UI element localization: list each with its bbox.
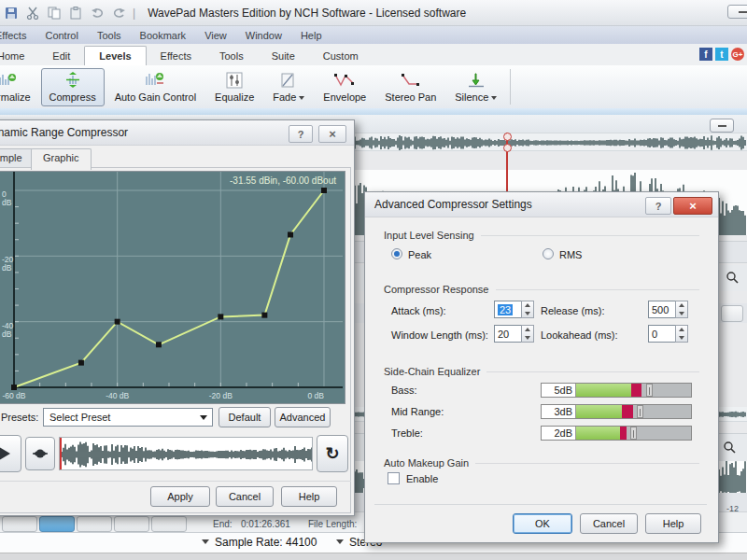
auto-gain-control-button[interactable]: Auto Gain Control: [106, 68, 204, 106]
preview-reset-button[interactable]: ↻: [317, 435, 348, 472]
default-button[interactable]: Default: [218, 407, 271, 427]
fade-dropdown-icon[interactable]: [299, 96, 304, 100]
preview-loop-button[interactable]: [25, 437, 55, 470]
window-length-input[interactable]: 20: [494, 325, 522, 343]
rms-label[interactable]: RMS: [559, 249, 582, 260]
tab-levels[interactable]: Levels: [84, 46, 146, 66]
svg-text:-40 dB: -40 dB: [106, 391, 129, 400]
rms-radio[interactable]: [543, 248, 554, 259]
mid-range-slider-handle[interactable]: [637, 405, 643, 418]
menu-item-effects[interactable]: Effects: [0, 30, 35, 41]
window-length-spinner[interactable]: [521, 325, 534, 343]
cut-icon[interactable]: [25, 6, 40, 21]
apply-button[interactable]: Apply: [150, 486, 210, 507]
ok-button[interactable]: OK: [513, 513, 572, 534]
menu-item-view[interactable]: View: [195, 30, 236, 41]
compressor-help-icon[interactable]: ?: [289, 125, 313, 143]
save-icon[interactable]: [4, 6, 19, 21]
channels-dropdown-icon[interactable]: [336, 539, 344, 544]
menu-item-window[interactable]: Window: [236, 30, 291, 41]
advanced-button[interactable]: Advanced: [275, 407, 331, 427]
release-spinner[interactable]: [675, 301, 688, 318]
menu-item-help[interactable]: Help: [291, 30, 331, 41]
advanced-dialog-titlebar[interactable]: Advanced Compressor Settings ? ×: [365, 192, 718, 217]
attack-spinner[interactable]: [521, 301, 534, 318]
preview-cursor: [60, 438, 62, 469]
magnifier-icon[interactable]: [723, 441, 736, 454]
treble-slider-handle[interactable]: [630, 427, 637, 440]
compressor-close-icon[interactable]: ×: [318, 125, 346, 143]
preset-select[interactable]: Select Preset: [43, 408, 213, 427]
tab-graphic[interactable]: Graphic: [31, 148, 92, 170]
toolbar-accent-strip: [0, 108, 747, 115]
paste-icon[interactable]: [68, 6, 83, 21]
magnifier-icon[interactable]: [726, 271, 739, 284]
ribbon-tab-row: Home Edit Levels Effects Tools Suite Cus…: [0, 44, 747, 66]
release-input[interactable]: 500: [648, 301, 676, 318]
bass-slider[interactable]: 5dB: [541, 383, 692, 398]
menu-item-tools[interactable]: Tools: [88, 30, 131, 41]
view-button-selected[interactable]: [39, 516, 75, 532]
advanced-help-icon[interactable]: ?: [645, 197, 671, 215]
track-button[interactable]: [721, 305, 743, 322]
sample-rate-dropdown-icon[interactable]: [202, 539, 209, 544]
cursor-handle-bottom[interactable]: [503, 144, 512, 152]
social-links: f t G+: [699, 48, 744, 61]
tab-edit[interactable]: Edit: [38, 47, 84, 65]
enable-label[interactable]: Enable: [406, 473, 438, 484]
menu-item-control[interactable]: Control: [35, 30, 87, 41]
bass-slider-handle[interactable]: [646, 384, 653, 397]
peak-radio[interactable]: [391, 248, 402, 259]
view-button[interactable]: [114, 516, 149, 532]
normalize-button[interactable]: Normalize: [0, 68, 39, 106]
envelope-button[interactable]: Envelope: [315, 68, 374, 106]
help-button[interactable]: Help: [645, 513, 701, 534]
cursor-handle-top[interactable]: [503, 133, 512, 141]
preview-play-button[interactable]: [0, 435, 21, 472]
help-button[interactable]: Help: [281, 486, 337, 507]
toolbar-separator: [510, 69, 511, 105]
compressor-dialog-titlebar[interactable]: Dynamic Range Compressor ? ×: [0, 120, 354, 146]
tab-custom[interactable]: Custom: [309, 47, 373, 65]
auto-gain-icon: [144, 71, 166, 90]
attack-input[interactable]: 23: [494, 301, 522, 318]
tab-effects[interactable]: Effects: [147, 47, 205, 65]
lookahead-spinner[interactable]: [675, 325, 688, 343]
redo-icon[interactable]: [111, 6, 126, 21]
compress-icon: [63, 71, 83, 90]
lookahead-input[interactable]: 0: [648, 325, 676, 343]
cancel-button[interactable]: Cancel: [216, 486, 274, 507]
copy-icon[interactable]: [47, 6, 62, 21]
compression-graph[interactable]: 0dB-20dB-40dB-60 dB-40 dB-20 dB0 dB-31.5…: [0, 171, 345, 404]
loop-icon: [31, 446, 49, 461]
twitter-icon[interactable]: t: [715, 48, 728, 61]
treble-slider[interactable]: 2dB: [541, 426, 692, 441]
advanced-close-icon[interactable]: ×: [673, 197, 712, 215]
tab-tools[interactable]: Tools: [205, 47, 258, 65]
stereo-pan-button[interactable]: Stereo Pan: [376, 68, 444, 106]
undo-icon[interactable]: [90, 6, 105, 21]
silence-button[interactable]: Silence: [446, 68, 505, 106]
peak-label[interactable]: Peak: [408, 249, 431, 260]
silence-dropdown-icon[interactable]: [491, 96, 497, 100]
fade-button[interactable]: Fade: [264, 68, 313, 106]
sample-rate-value[interactable]: Sample Rate: 44100: [215, 536, 317, 549]
equalize-button[interactable]: Equalize: [206, 68, 262, 106]
window-minimize-button[interactable]: [727, 5, 747, 19]
compress-button[interactable]: Compress: [41, 68, 105, 106]
mid-range-slider[interactable]: 3dB: [541, 404, 692, 419]
view-button[interactable]: [2, 516, 37, 532]
treble-label: Treble:: [391, 427, 423, 439]
menu-item-bookmark[interactable]: Bookmark: [131, 30, 196, 41]
tab-suite[interactable]: Suite: [258, 47, 309, 65]
cancel-button[interactable]: Cancel: [580, 513, 638, 534]
tab-home[interactable]: Home: [0, 47, 38, 65]
view-button[interactable]: [77, 516, 112, 532]
googleplus-icon[interactable]: G+: [731, 48, 744, 61]
facebook-icon[interactable]: f: [699, 48, 712, 61]
input-level-sensing-group: Input Level Sensing: [384, 230, 699, 241]
enable-checkbox[interactable]: [388, 472, 400, 484]
wave-window-minimize-button[interactable]: [710, 119, 734, 133]
tab-simple[interactable]: Simple: [0, 148, 35, 167]
view-button[interactable]: [151, 516, 187, 532]
